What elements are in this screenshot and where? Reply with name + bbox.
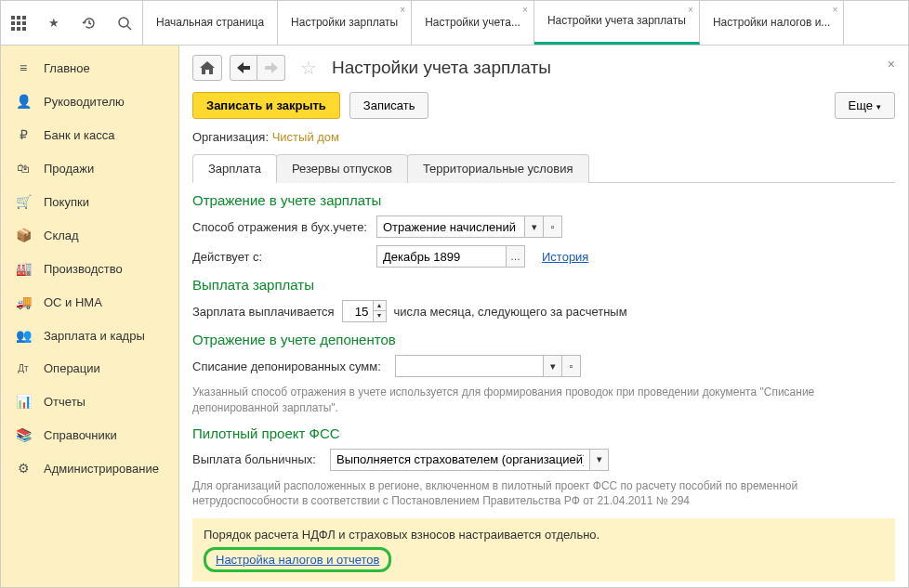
back-button[interactable] xyxy=(230,55,257,81)
person-icon: 👤 xyxy=(16,94,31,109)
svg-line-10 xyxy=(127,26,131,30)
tax-settings-link[interactable]: Настройка налогов и отчетов xyxy=(204,547,391,572)
section-reflection-title: Отражение в учете зарплаты xyxy=(192,192,895,208)
close-icon[interactable]: × xyxy=(833,5,838,15)
open-icon[interactable]: ▫ xyxy=(562,355,581,377)
tab-salary-settings[interactable]: Настройки зарплаты× xyxy=(278,1,412,45)
books-icon: 📚 xyxy=(16,427,31,442)
subtab-reserves[interactable]: Резервы отпусков xyxy=(276,154,408,183)
truck-icon: 🚚 xyxy=(16,294,31,309)
close-panel-icon[interactable]: × xyxy=(888,57,895,72)
effective-input[interactable] xyxy=(376,245,507,268)
factory-icon: 🏭 xyxy=(16,261,31,276)
sidebar-item-operations[interactable]: ДтОперации xyxy=(1,352,178,385)
people-icon: 👥 xyxy=(16,328,31,343)
svg-point-9 xyxy=(119,18,128,27)
svg-rect-7 xyxy=(17,27,20,31)
history-icon[interactable] xyxy=(72,1,107,46)
ellipsis-icon[interactable]: … xyxy=(507,245,525,268)
pay-day-input[interactable] xyxy=(342,300,374,322)
pay-label: Зарплата выплачивается xyxy=(192,305,335,319)
dropdown-icon[interactable]: ▾ xyxy=(544,355,562,377)
pay-suffix: числа месяца, следующего за расчетным xyxy=(394,305,627,319)
reflect-label: Способ отражения в бух.учете: xyxy=(192,220,369,234)
deposit-help: Указанный способ отражения в учете испол… xyxy=(192,385,895,416)
svg-rect-8 xyxy=(22,27,26,31)
star-icon[interactable]: ★ xyxy=(36,1,72,46)
sidebar: ≡Главное 👤Руководителю ₽Банк и касса 🛍Пр… xyxy=(1,46,179,587)
highlight-box: Порядок расчета НДФЛ и страховых взносов… xyxy=(192,518,895,581)
save-close-button[interactable]: Записать и закрыть xyxy=(192,92,340,119)
section-deposit-title: Отражение в учете депонентов xyxy=(192,332,895,347)
cart-icon: 🛒 xyxy=(16,194,31,209)
tab-account-settings[interactable]: Настройки учета...× xyxy=(412,1,534,45)
close-icon[interactable]: × xyxy=(400,5,405,15)
sidebar-item-assets[interactable]: 🚚ОС и НМА xyxy=(1,285,178,319)
effective-label: Действует с: xyxy=(192,250,369,264)
sidebar-item-main[interactable]: ≡Главное xyxy=(1,51,178,85)
svg-rect-1 xyxy=(17,16,20,20)
open-icon[interactable]: ▫ xyxy=(544,216,562,238)
svg-rect-4 xyxy=(17,21,20,25)
sidebar-item-manager[interactable]: 👤Руководителю xyxy=(1,85,178,118)
sick-input[interactable] xyxy=(330,449,590,471)
close-icon[interactable]: × xyxy=(688,5,693,15)
spin-up-icon[interactable]: ▴ xyxy=(374,300,387,311)
tab-tax-settings[interactable]: Настройки налогов и...× xyxy=(700,1,845,45)
dropdown-icon[interactable]: ▾ xyxy=(590,449,609,471)
search-icon[interactable] xyxy=(107,1,142,46)
sick-help: Для организаций расположенных в регионе,… xyxy=(192,478,895,510)
dropdown-icon[interactable]: ▾ xyxy=(525,216,544,238)
home-button[interactable] xyxy=(192,55,222,81)
page-title: Настройки учета зарплаты xyxy=(332,58,551,78)
save-button[interactable]: Записать xyxy=(349,92,429,119)
sidebar-item-hr[interactable]: 👥Зарплата и кадры xyxy=(1,319,178,352)
sidebar-item-admin[interactable]: ⚙Администрирование xyxy=(1,451,178,485)
top-bar: ★ Начальная страница Настройки зарплаты×… xyxy=(1,1,908,46)
dt-icon: Дт xyxy=(16,363,31,373)
deposit-label: Списание депонированных сумм: xyxy=(192,359,388,373)
forward-button[interactable] xyxy=(257,55,285,81)
menu-icon: ≡ xyxy=(16,60,31,75)
svg-rect-6 xyxy=(11,27,15,31)
bag-icon: 🛍 xyxy=(16,161,31,176)
svg-rect-3 xyxy=(11,21,15,25)
section-fss-title: Пилотный проект ФСС xyxy=(192,425,895,441)
reflect-input[interactable] xyxy=(376,216,525,238)
apps-icon[interactable] xyxy=(1,1,36,46)
history-link[interactable]: История xyxy=(542,250,588,264)
section-payment-title: Выплата зарплаты xyxy=(192,277,895,293)
favorite-icon[interactable]: ☆ xyxy=(300,57,317,79)
sidebar-item-reports[interactable]: 📊Отчеты xyxy=(1,385,178,418)
gear-icon: ⚙ xyxy=(16,461,31,476)
sidebar-item-catalogs[interactable]: 📚Справочники xyxy=(1,418,178,451)
close-icon[interactable]: × xyxy=(522,5,528,15)
sidebar-item-warehouse[interactable]: 📦Склад xyxy=(1,218,178,252)
spin-down-icon[interactable]: ▾ xyxy=(374,311,387,322)
svg-rect-0 xyxy=(11,16,15,20)
svg-rect-2 xyxy=(22,16,26,20)
org-value: Чистый дом xyxy=(272,130,339,144)
highlight-text: Порядок расчета НДФЛ и страховых взносов… xyxy=(204,528,884,542)
ruble-icon: ₽ xyxy=(16,127,31,142)
tab-salary-account[interactable]: Настройки учета зарплаты× xyxy=(534,1,700,45)
deposit-input[interactable] xyxy=(395,355,544,377)
subtab-salary[interactable]: Зарплата xyxy=(192,154,277,183)
content: × ☆ Настройки учета зарплаты Записать и … xyxy=(179,46,908,587)
sick-label: Выплата больничных: xyxy=(192,452,323,466)
svg-rect-5 xyxy=(22,21,26,25)
tab-bar: Начальная страница Настройки зарплаты× Н… xyxy=(143,1,908,45)
chart-icon: 📊 xyxy=(16,394,31,409)
sidebar-item-sales[interactable]: 🛍Продажи xyxy=(1,151,178,185)
subtab-territorial[interactable]: Территориальные условия xyxy=(407,154,589,183)
org-label: Организация: xyxy=(192,130,269,144)
box-icon: 📦 xyxy=(16,228,31,242)
sidebar-item-production[interactable]: 🏭Производство xyxy=(1,252,178,285)
more-button[interactable]: Еще▾ xyxy=(835,92,895,119)
sidebar-item-bank[interactable]: ₽Банк и касса xyxy=(1,118,178,151)
tab-home[interactable]: Начальная страница xyxy=(143,1,278,45)
sidebar-item-purchases[interactable]: 🛒Покупки xyxy=(1,185,178,218)
